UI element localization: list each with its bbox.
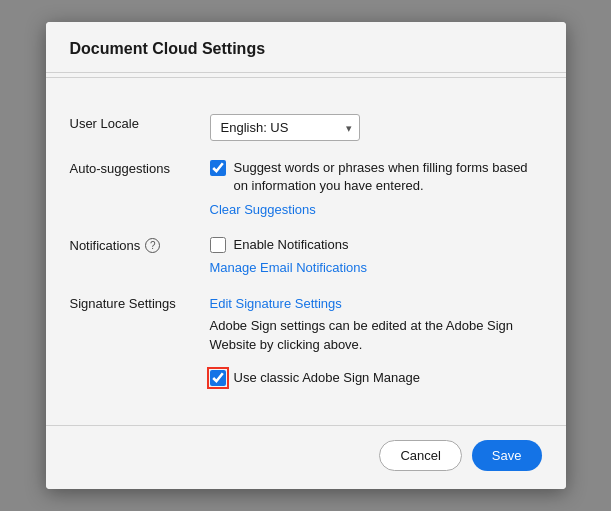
dialog-footer: Cancel Save bbox=[46, 425, 566, 489]
edit-signature-settings-link[interactable]: Edit Signature Settings bbox=[210, 296, 342, 311]
notifications-checkbox-row: Enable Notifications bbox=[210, 236, 542, 254]
user-locale-row: User Locale English: US English: UK Fren… bbox=[70, 114, 542, 141]
manage-email-notifications-link[interactable]: Manage Email Notifications bbox=[210, 260, 368, 275]
auto-suggestions-checkbox-row: Suggest words or phrases when filling fo… bbox=[210, 159, 542, 195]
enable-notifications-label: Enable Notifications bbox=[234, 236, 349, 254]
notifications-checkbox[interactable] bbox=[210, 237, 226, 253]
classic-sign-checkbox-row: Use classic Adobe Sign Manage bbox=[210, 369, 542, 387]
signature-settings-row: Signature Settings Edit Signature Settin… bbox=[70, 294, 542, 387]
classic-sign-label: Use classic Adobe Sign Manage bbox=[234, 369, 420, 387]
signature-settings-content: Edit Signature Settings Adobe Sign setti… bbox=[210, 294, 542, 387]
auto-suggestions-checkbox[interactable] bbox=[210, 160, 226, 176]
notifications-content: Enable Notifications Manage Email Notifi… bbox=[210, 236, 542, 276]
clear-suggestions-link[interactable]: Clear Suggestions bbox=[210, 202, 316, 217]
dialog-title: Document Cloud Settings bbox=[46, 22, 566, 73]
auto-suggestions-row: Auto-suggestions Suggest words or phrase… bbox=[70, 159, 542, 217]
locale-select[interactable]: English: US English: UK French German Sp… bbox=[210, 114, 360, 141]
locale-select-wrapper: English: US English: UK French German Sp… bbox=[210, 114, 360, 141]
user-locale-content: English: US English: UK French German Sp… bbox=[210, 114, 542, 141]
user-locale-label: User Locale bbox=[70, 114, 210, 131]
classic-sign-checkbox[interactable] bbox=[210, 370, 226, 386]
auto-suggestions-description: Suggest words or phrases when filling fo… bbox=[234, 159, 542, 195]
auto-suggestions-label: Auto-suggestions bbox=[70, 159, 210, 176]
save-button[interactable]: Save bbox=[472, 440, 542, 471]
notifications-label: Notifications ? bbox=[70, 236, 210, 253]
signature-settings-description: Adobe Sign settings can be edited at the… bbox=[210, 316, 542, 355]
signature-settings-label: Signature Settings bbox=[70, 294, 210, 311]
notifications-row: Notifications ? Enable Notifications Man… bbox=[70, 236, 542, 276]
auto-suggestions-content: Suggest words or phrases when filling fo… bbox=[210, 159, 542, 217]
document-cloud-settings-dialog: Document Cloud Settings User Locale Engl… bbox=[46, 22, 566, 489]
help-icon[interactable]: ? bbox=[145, 238, 160, 253]
dialog-body: User Locale English: US English: UK Fren… bbox=[46, 94, 566, 425]
cancel-button[interactable]: Cancel bbox=[379, 440, 461, 471]
